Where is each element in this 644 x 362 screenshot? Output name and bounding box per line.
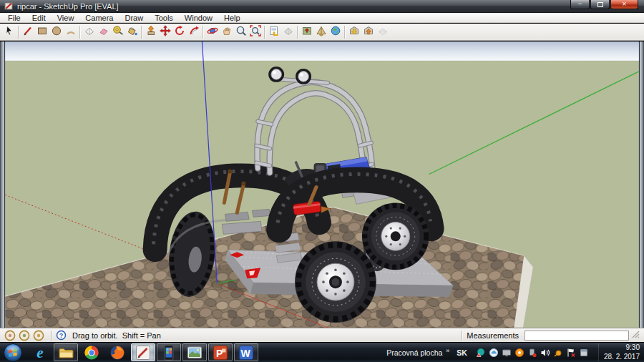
measurements-divider — [462, 331, 463, 341]
move-tool-button[interactable] — [158, 24, 172, 39]
language-indicator[interactable]: SK — [457, 348, 467, 357]
preview-in-google-earth-button[interactable] — [328, 24, 343, 39]
tape-measure-tool-button[interactable] — [111, 24, 125, 39]
powerpoint-icon: P — [213, 345, 228, 361]
action-center-icon[interactable] — [566, 348, 576, 358]
front-right-wheel — [295, 241, 376, 323]
extension-warehouse-icon — [377, 25, 389, 39]
close-button[interactable]: × — [610, 0, 638, 9]
system-tray: Pracovná plocha » SK 9:30 28. 2. 2017 — [386, 343, 644, 361]
claim-credit-status-icon[interactable] — [33, 330, 44, 341]
rotate-tool-icon — [174, 25, 185, 39]
toolbar-separator — [344, 26, 346, 39]
windows-explorer-taskbar-button[interactable] — [54, 343, 78, 361]
circle-tool-button[interactable] — [49, 24, 64, 39]
resize-grip-icon[interactable] — [632, 331, 640, 340]
offset-tool-button[interactable] — [187, 24, 201, 39]
internet-explorer-taskbar-button[interactable]: e — [28, 343, 52, 361]
firefox-icon — [109, 345, 125, 361]
model-canvas[interactable] — [4, 41, 640, 328]
orbit-tool-button[interactable] — [205, 24, 220, 39]
get-models-button[interactable] — [347, 24, 361, 39]
select-tool-button[interactable] — [2, 24, 16, 39]
tray-chevron[interactable]: » — [446, 347, 449, 354]
maximize-icon — [597, 2, 603, 7]
firefox-taskbar-button[interactable] — [105, 343, 130, 361]
rectangle-tool-button[interactable] — [35, 24, 49, 39]
sketchup-app-icon — [4, 1, 14, 11]
update-pending-icon[interactable] — [553, 348, 563, 358]
next-view-button[interactable] — [281, 24, 296, 39]
menu-file[interactable]: File — [2, 14, 26, 22]
zoom-extents-tool-button[interactable] — [248, 24, 263, 39]
photo-viewer-icon — [187, 345, 203, 361]
chrome-taskbar-button[interactable] — [79, 343, 104, 361]
start-button[interactable] — [3, 343, 23, 362]
powerpoint-taskbar-button[interactable]: P — [208, 343, 233, 361]
zoom-tool-button[interactable] — [234, 24, 248, 39]
extension-warehouse-button[interactable] — [376, 24, 390, 39]
menu-window[interactable]: Window — [179, 14, 218, 22]
toolbar-separator — [264, 26, 265, 39]
cloud-app-icon[interactable] — [489, 348, 499, 358]
make-component-tool-button[interactable] — [82, 24, 97, 39]
preview-in-google-earth-icon — [330, 25, 341, 39]
pan-tool-button[interactable] — [220, 24, 234, 39]
phone-app-icon — [161, 345, 177, 361]
toolbar-separator — [203, 26, 204, 39]
measurements-label: Measurements — [467, 331, 519, 340]
minimize-button[interactable]: – — [570, 0, 590, 9]
clock-date: 28. 2. 2017 — [604, 353, 640, 362]
share-model-icon — [363, 25, 374, 39]
antivirus-alert-icon[interactable] — [476, 348, 486, 358]
arc-tool-button[interactable] — [64, 24, 78, 39]
add-location-icon — [301, 25, 313, 39]
maximize-button[interactable] — [590, 0, 610, 9]
get-models-icon — [348, 25, 360, 39]
word-taskbar-button[interactable]: W — [234, 343, 258, 361]
toolbar-separator — [141, 26, 142, 39]
pan-tool-icon — [221, 25, 233, 39]
line-tool-button[interactable] — [21, 24, 35, 39]
rectangle-tool-icon — [36, 25, 48, 39]
menu-view[interactable]: View — [52, 14, 80, 22]
credits-status-icon[interactable] — [19, 330, 30, 341]
avast-icon[interactable] — [514, 348, 525, 358]
word-icon: W — [238, 345, 254, 361]
push-pull-tool-button[interactable] — [144, 24, 158, 39]
menu-camera[interactable]: Camera — [79, 14, 119, 22]
volume-icon[interactable] — [540, 348, 550, 358]
add-location-button[interactable] — [300, 24, 314, 39]
share-model-button[interactable] — [361, 24, 376, 39]
help-icon[interactable]: ? — [56, 330, 67, 341]
rotate-tool-button[interactable] — [172, 24, 187, 39]
menu-help[interactable]: Help — [218, 14, 246, 22]
phone-app-taskbar-button[interactable] — [157, 343, 181, 361]
rear-right-wheel — [362, 202, 429, 270]
toggle-terrain-button[interactable] — [314, 24, 328, 39]
windows-explorer-icon — [58, 345, 74, 361]
eraser-tool-icon — [98, 25, 109, 39]
orbit-tool-icon — [207, 25, 218, 39]
display-settings-icon[interactable] — [502, 348, 512, 358]
zoom-extents-tool-icon — [250, 25, 261, 39]
next-view-icon — [283, 25, 294, 39]
menu-draw[interactable]: Draw — [119, 14, 149, 22]
select-tool-icon — [4, 25, 15, 39]
status-bar: ? Drag to orbit. Shift = Pan Measurement… — [0, 328, 644, 342]
measurements-input[interactable] — [525, 331, 629, 341]
sketchup-taskbar-button[interactable] — [131, 343, 155, 361]
photo-viewer-taskbar-button[interactable] — [182, 343, 207, 361]
toolbar-separator — [79, 26, 81, 39]
geolocation-status-icon[interactable] — [4, 330, 16, 341]
menu-edit[interactable]: Edit — [26, 14, 52, 22]
previous-view-button[interactable] — [267, 24, 281, 39]
window-title: ripcar - SketchUp Pro [EVAL] — [17, 2, 119, 11]
eraser-tool-button[interactable] — [97, 24, 111, 39]
safely-remove-icon[interactable] — [527, 348, 537, 358]
taskbar-clock[interactable]: 9:30 28. 2. 2017 — [598, 343, 640, 361]
installer-icon[interactable] — [579, 348, 589, 358]
menu-tools[interactable]: Tools — [149, 14, 179, 22]
desktop-toolbar-label[interactable]: Pracovná plocha — [386, 348, 442, 357]
paint-bucket-tool-button[interactable] — [125, 24, 140, 39]
